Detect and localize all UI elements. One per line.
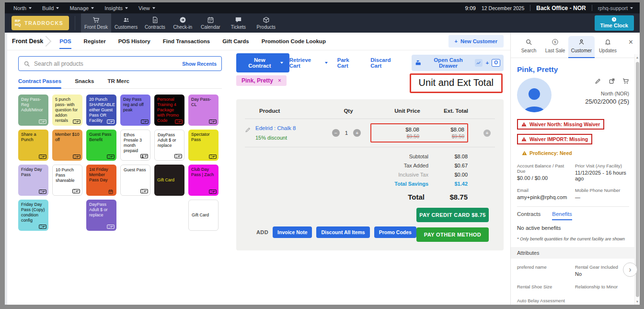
add-item-icon[interactable]: + xyxy=(483,130,491,137)
user-menu[interactable]: rphq-support xyxy=(598,5,633,11)
search-input[interactable] xyxy=(34,60,178,67)
nav-item[interactable]: Products xyxy=(252,13,280,33)
product-tile[interactable]: Spectator Pass xyxy=(188,130,218,161)
nav-item[interactable]: Customers xyxy=(111,13,141,33)
product-tile[interactable]: Day Pass-CL xyxy=(188,95,218,126)
product-category-tab[interactable]: TR Merc xyxy=(107,78,129,88)
cart-table: Product Qty Unit Price Ext. Total Edelri… xyxy=(236,99,504,250)
product-tile[interactable]: 20 Punch SHAREABLE either Guest Pass OR … xyxy=(86,95,116,126)
remove-customer-icon[interactable]: × xyxy=(278,77,281,84)
page-tab[interactable]: Find Transactions xyxy=(163,34,210,49)
nav-icon xyxy=(179,16,186,24)
item-name-link[interactable]: Edelrid : Chalk 8 xyxy=(255,125,296,131)
sidebar-tab[interactable]: Customer xyxy=(568,36,595,58)
scroll-down-icon[interactable]: ▼ xyxy=(635,300,640,303)
top-menu-item[interactable]: North xyxy=(13,5,32,11)
chevron-down-icon xyxy=(29,7,32,9)
retrieve-cart-link[interactable]: Retrieve Cart xyxy=(289,57,328,69)
pay-credit-card-button[interactable]: PAY CREDIT CARD $8.75 xyxy=(416,208,489,222)
customer-subtab[interactable]: Benefits xyxy=(552,211,572,220)
scroll-up-icon[interactable]: ▲ xyxy=(635,56,640,59)
nav-item[interactable]: Contracts xyxy=(141,13,169,33)
product-tile[interactable]: Gift Card xyxy=(188,200,218,231)
customer-chip[interactable]: Pink, Pretty × xyxy=(236,75,287,86)
add-action-button[interactable]: Invoice Note xyxy=(273,226,312,238)
item-discount: 15% discount xyxy=(255,135,296,141)
nav-item[interactable]: Tickets xyxy=(224,13,252,33)
show-recents-link[interactable]: Show Recents xyxy=(182,61,217,67)
product-tile[interactable]: Personal Training 4 Package with Promo C… xyxy=(154,95,184,126)
page-tab[interactable]: Promotion Code Lookup xyxy=(262,34,326,49)
product-category-tab[interactable]: Contract Passes xyxy=(18,78,61,88)
qty-decrease-button[interactable]: − xyxy=(332,129,340,137)
open-profile-icon[interactable] xyxy=(609,78,615,86)
customer-birthdate: 25/02/2000 (25) xyxy=(585,98,629,105)
cart-icon[interactable] xyxy=(622,78,629,86)
product-tile[interactable]: Share a Punch xyxy=(18,130,48,161)
add-action-button[interactable]: Promo Codes xyxy=(374,226,416,238)
park-cart-link[interactable]: Park Cart xyxy=(337,57,361,69)
scrollbar-thumb[interactable] xyxy=(636,62,639,297)
time-clock-button[interactable]: Time Clock xyxy=(595,15,634,31)
customer-sidebar: Search $ Last Sale Customer Updat xyxy=(510,33,640,305)
product-tile[interactable]: Club Day Pass | Zach xyxy=(188,165,218,196)
product-tile[interactable]: Guest Pass Benefit xyxy=(86,130,116,161)
customer-name[interactable]: Pink, Pretty xyxy=(517,65,629,74)
sidebar-tab[interactable]: $ Last Sale xyxy=(542,36,568,58)
edit-item-icon[interactable] xyxy=(245,126,251,141)
product-tile[interactable]: Gift Card xyxy=(154,165,184,196)
product-tile[interactable]: Friday Day Pass xyxy=(18,165,48,196)
proficiency-badge[interactable]: Proficiency: Need xyxy=(522,150,572,156)
product-tile[interactable]: Day Pass-Reg Adult/Minor xyxy=(18,95,48,126)
product-tile[interactable]: DayPass Adult $ or replace xyxy=(86,200,116,231)
item-qty: 1 xyxy=(345,130,348,136)
collapse-panel-button[interactable]: › xyxy=(623,262,637,277)
waiver-badge[interactable]: Waiver North: Missing Waiver xyxy=(517,119,604,130)
waiver-badge[interactable]: Waiver IMPORT: Missing xyxy=(517,134,592,144)
new-contract-button[interactable]: New Contract xyxy=(236,53,289,72)
annotation-callout: Unit and Ext Total xyxy=(410,73,503,93)
close-panel-icon[interactable]: × xyxy=(629,38,633,46)
top-menu-item[interactable]: View xyxy=(138,5,155,11)
top-menu-item[interactable]: Build xyxy=(42,5,59,11)
product-tile[interactable]: Day Pass reg and off peak xyxy=(120,95,150,126)
product-tile[interactable]: 10 Punch Pass shareable xyxy=(52,165,82,196)
nav-item[interactable]: Front Desk xyxy=(81,13,111,33)
discard-cart-link[interactable]: Discard Cart xyxy=(370,57,402,69)
sidebar-tab[interactable]: Search xyxy=(516,36,542,58)
product-tile[interactable]: DayPass Adult $ or replace xyxy=(154,130,184,161)
product-tile[interactable]: Guest Pass xyxy=(120,165,150,196)
nav-item[interactable]: Check-in xyxy=(169,13,196,33)
total-value: $8.75 xyxy=(425,193,468,201)
sidebar-tab[interactable]: Updates xyxy=(595,36,621,58)
page-tab[interactable]: POS xyxy=(59,34,71,49)
product-tile[interactable]: Member $10 off xyxy=(52,130,82,161)
page-tab[interactable]: POS History xyxy=(118,34,150,49)
product-tile[interactable]: 5 punch pass- with question for addon re… xyxy=(52,95,82,126)
top-menu-item[interactable]: Insights xyxy=(104,5,128,11)
new-customer-button[interactable]: + New Customer xyxy=(448,35,504,48)
product-tile[interactable]: 1st Friday Member Pass Day xyxy=(86,165,116,196)
ticket-icon xyxy=(107,189,115,194)
trend-icon[interactable] xyxy=(475,59,483,67)
product-category-tab[interactable]: Snacks xyxy=(75,78,94,88)
column-qty: Qty xyxy=(324,108,372,114)
attribute-field: Relationship to Minor xyxy=(575,284,629,291)
nav-item[interactable]: Calendar xyxy=(196,13,224,33)
open-cash-drawer-button[interactable]: Open Cash Drawer + O xyxy=(412,55,504,71)
page-tab[interactable]: Gift Cards xyxy=(222,34,249,49)
summary-row: Tax Added $0.67 xyxy=(404,163,468,168)
customer-subtab[interactable]: Contracts xyxy=(517,211,540,220)
product-tile[interactable]: Ethos Presale 3 month prepaid xyxy=(120,130,150,161)
warning-icon xyxy=(521,122,527,127)
edit-customer-icon[interactable] xyxy=(595,78,601,86)
qty-increase-button[interactable]: + xyxy=(353,129,361,137)
plus-icon: + xyxy=(485,60,489,66)
page-header: Front Desk POS Register POS History Find… xyxy=(7,33,510,50)
add-action-button[interactable]: Discount All Items xyxy=(316,226,369,238)
page-tab[interactable]: Register xyxy=(84,34,106,49)
product-tile[interactable]: Friday Day Pass (Copy) condition config xyxy=(18,200,48,231)
brand-logo[interactable]: RPHQ TRADROCKS xyxy=(12,16,69,30)
top-menu-item[interactable]: Manage xyxy=(69,5,94,11)
pay-other-method-button[interactable]: PAY OTHER METHOD xyxy=(416,227,489,242)
